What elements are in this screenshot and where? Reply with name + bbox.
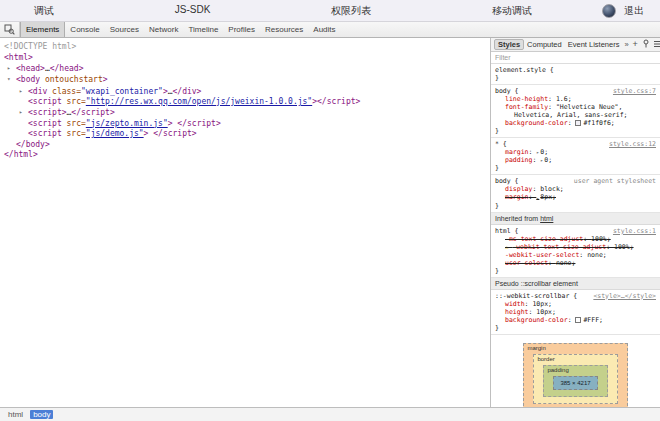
dom-tree-node[interactable]: <!DOCTYPE html> bbox=[0, 42, 490, 53]
dom-token-tag: </html> bbox=[4, 150, 38, 159]
dom-tree-node[interactable]: ▾<body ontouchstart> bbox=[0, 74, 490, 85]
color-swatch[interactable] bbox=[575, 317, 581, 323]
expand-arrow[interactable]: ▸ bbox=[536, 149, 539, 155]
dom-tree-node[interactable]: ▸<script>…</script> bbox=[0, 107, 490, 118]
breadcrumb-html[interactable]: html bbox=[5, 410, 26, 419]
css-property[interactable]: padding: ▸0; bbox=[495, 156, 656, 164]
node-link[interactable]: html bbox=[540, 215, 553, 222]
devtools-tab-elements[interactable]: Elements bbox=[20, 22, 65, 37]
css-property[interactable]: ⚠ -webkit-text-size-adjust: 100%; bbox=[495, 243, 656, 251]
expand-arrow[interactable]: ▾ bbox=[7, 74, 16, 85]
devtools-tab-profiles[interactable]: Profiles bbox=[223, 22, 260, 37]
dom-tree-node[interactable]: <script src="js/zepto.min.js"> </script> bbox=[0, 119, 490, 130]
nav-item-2[interactable]: 权限列表 bbox=[331, 4, 371, 18]
dom-tree-node[interactable]: ▸<div class="wxapi_container">…</div> bbox=[0, 86, 490, 97]
expand-arrow[interactable]: ▸ bbox=[536, 195, 539, 201]
devtools-tab-audits[interactable]: Audits bbox=[308, 22, 340, 37]
css-property[interactable]: line-height: 1.6; bbox=[495, 95, 656, 103]
dom-token-tag: <script bbox=[28, 97, 62, 106]
dom-token-tag: <html> bbox=[4, 53, 33, 62]
styles-sidebar: StylesComputedEvent Listeners » + elemen… bbox=[490, 38, 660, 407]
css-selector[interactable]: element.style bbox=[495, 66, 546, 74]
css-property[interactable]: background-color: #f1f0f6; bbox=[495, 119, 656, 127]
expand-arrow[interactable]: ▸ bbox=[540, 157, 543, 163]
element-state-pin-icon[interactable] bbox=[640, 39, 652, 50]
box-model-border[interactable]: border padding 385 × 4217 bbox=[533, 354, 617, 404]
styles-tab-styles[interactable]: Styles bbox=[494, 39, 524, 50]
css-rule: style.css:12* {margin: ▸0;padding: ▸0;} bbox=[491, 138, 660, 175]
dom-tree-panel: <!DOCTYPE html><html>▸<head>…</head>▾<bo… bbox=[0, 38, 490, 407]
style-source-link[interactable]: <style>…</style> bbox=[593, 292, 656, 300]
css-selector[interactable]: html bbox=[495, 227, 511, 235]
styles-tab-computed[interactable]: Computed bbox=[524, 40, 565, 49]
devtools-tab-timeline[interactable]: Timeline bbox=[183, 22, 223, 37]
dom-token-attr: src= bbox=[62, 129, 86, 138]
dom-tree-node[interactable]: ▸<head>…</head> bbox=[0, 63, 490, 74]
devtools-tab-resources[interactable]: Resources bbox=[260, 22, 308, 37]
styles-section-header: Inherited from html bbox=[491, 213, 660, 225]
box-model-padding[interactable]: padding 385 × 4217 bbox=[543, 365, 607, 397]
avatar[interactable] bbox=[602, 4, 616, 18]
css-property[interactable]: background-color: #FFF; bbox=[495, 316, 656, 324]
breadcrumb-body[interactable]: body bbox=[30, 410, 53, 419]
css-rule: user agent stylesheetbody {display: bloc… bbox=[491, 175, 660, 212]
dom-token-attr: src= bbox=[62, 97, 86, 106]
logout-link[interactable]: 退出 bbox=[624, 4, 644, 18]
resource-link[interactable]: "http://res.wx.qq.com/open/js/jweixin-1.… bbox=[86, 97, 312, 106]
css-property[interactable]: margin: ▸8px; bbox=[495, 193, 656, 201]
devtools-tab-network[interactable]: Network bbox=[144, 22, 183, 37]
dom-tree-node[interactable]: </html> bbox=[0, 150, 490, 161]
resource-link[interactable]: "js/demo.js" bbox=[86, 129, 144, 138]
expand-arrow[interactable]: ▸ bbox=[19, 86, 28, 97]
more-tabs-chevron[interactable]: » bbox=[622, 40, 630, 49]
css-property[interactable]: display: block; bbox=[495, 185, 656, 193]
devtools-tab-console[interactable]: Console bbox=[65, 22, 104, 37]
color-swatch[interactable] bbox=[575, 120, 581, 126]
css-selector[interactable]: body bbox=[495, 87, 511, 95]
css-property[interactable]: -ms-text-size-adjust: 100%; bbox=[495, 235, 656, 243]
styles-tab-event-listeners[interactable]: Event Listeners bbox=[565, 40, 623, 49]
devtools-tabs: ElementsConsoleSourcesNetworkTimelinePro… bbox=[20, 22, 341, 37]
css-selector[interactable]: ::-webkit-scrollbar bbox=[495, 292, 569, 300]
breadcrumb: htmlbody bbox=[0, 407, 660, 421]
expand-arrow[interactable]: ▸ bbox=[19, 107, 28, 118]
devtools-tab-sources[interactable]: Sources bbox=[105, 22, 144, 37]
dom-token-tag: <div bbox=[28, 86, 47, 95]
new-style-rule-plus-icon[interactable]: + bbox=[631, 40, 640, 49]
devtools-main: <!DOCTYPE html><html>▸<head>…</head>▾<bo… bbox=[0, 38, 660, 407]
box-model-margin[interactable]: margin border padding 385 × 4217 bbox=[523, 343, 627, 407]
box-model-content[interactable]: 385 × 4217 bbox=[553, 376, 597, 390]
dom-token-tag: <body bbox=[16, 75, 40, 84]
css-rule: element.style {} bbox=[491, 64, 660, 85]
dom-token-tag: </div> bbox=[173, 86, 202, 95]
css-property[interactable]: height: 10px; bbox=[495, 308, 656, 316]
topnav-right: 退出 bbox=[602, 4, 660, 18]
dom-tree-node[interactable]: <script src="js/demo.js"> </script> bbox=[0, 129, 490, 140]
nav-item-1[interactable]: JS-SDK bbox=[175, 4, 211, 18]
expand-arrow[interactable]: ▸ bbox=[7, 63, 16, 74]
css-property[interactable]: margin: ▸0; bbox=[495, 148, 656, 156]
dom-tree-node[interactable]: </body> bbox=[0, 140, 490, 151]
nav-item-3[interactable]: 移动调试 bbox=[492, 4, 532, 18]
style-source-link[interactable]: style.css:12 bbox=[609, 140, 656, 148]
style-source-link[interactable]: style.css:1 bbox=[613, 227, 656, 235]
style-source-link[interactable]: style.css:7 bbox=[613, 87, 656, 95]
css-property[interactable]: user-select: none; bbox=[495, 259, 656, 267]
dom-tree-node[interactable]: <html> bbox=[0, 53, 490, 64]
styles-tabs: StylesComputedEvent Listeners bbox=[494, 39, 622, 50]
css-selector[interactable]: body bbox=[495, 177, 511, 185]
resource-link[interactable]: "js/zepto.min.js" bbox=[86, 119, 168, 128]
dom-token-tag: > bbox=[103, 75, 108, 84]
styles-filter-row bbox=[491, 52, 660, 64]
css-property[interactable]: font-family: "Helvetica Neue", Helvetica… bbox=[495, 103, 656, 119]
nav-item-0[interactable]: 调试 bbox=[34, 4, 54, 18]
dom-token-tag: </script> bbox=[177, 119, 220, 128]
styles-filter-input[interactable] bbox=[495, 54, 656, 61]
dom-token-tag: <head> bbox=[16, 64, 45, 73]
panel-menu-icon[interactable] bbox=[652, 40, 660, 50]
padding-label: padding bbox=[547, 367, 568, 373]
inspect-element-icon[interactable] bbox=[0, 22, 20, 37]
css-property[interactable]: -webkit-user-select: none; bbox=[495, 251, 656, 259]
dom-tree-node[interactable]: <script src="http://res.wx.qq.com/open/j… bbox=[0, 97, 490, 108]
css-property[interactable]: width: 10px; bbox=[495, 300, 656, 308]
